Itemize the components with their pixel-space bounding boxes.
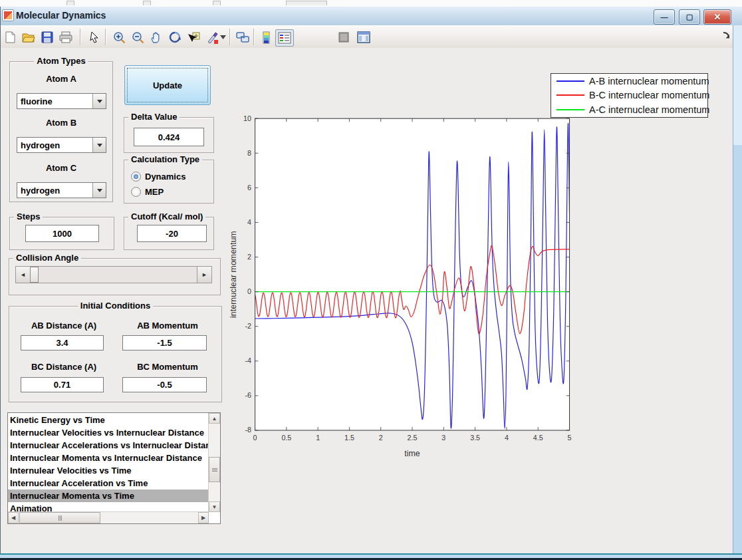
insert-legend-icon[interactable] <box>275 29 294 47</box>
plot-area[interactable] <box>255 118 570 430</box>
window-left-edge <box>0 7 1 553</box>
scroll-down-icon[interactable]: ▼ <box>209 501 220 512</box>
print-figure-icon[interactable] <box>58 29 74 45</box>
legend-entry: A-B internuclear momentum <box>551 74 707 88</box>
calculation-type-groupbox: Calculation Type Dynamics MEP <box>124 160 214 204</box>
data-cursor-icon[interactable] <box>186 29 201 45</box>
close-icon: ✕ <box>704 10 731 24</box>
ab-distance-field[interactable] <box>21 335 104 350</box>
zoom-in-icon[interactable] <box>111 29 127 45</box>
list-item[interactable]: Internuclear Momenta vs Time <box>8 490 209 502</box>
calculation-options: Dynamics MEP <box>131 169 211 200</box>
radio-option[interactable]: Dynamics <box>131 169 211 184</box>
atom-a-label: Atom A <box>10 74 112 84</box>
dock-figure-arrow-icon[interactable] <box>722 31 731 43</box>
scroll-right-icon[interactable]: ▶ <box>198 512 209 523</box>
scroll-up-icon[interactable]: ▲ <box>209 413 220 424</box>
list-item[interactable]: Kinetic Energy vs Time <box>8 414 209 426</box>
steps-groupbox: Steps <box>9 217 114 250</box>
vertical-scrollbar[interactable]: ▲ ▼ <box>208 413 220 512</box>
cutoff-field[interactable] <box>137 225 207 242</box>
minimize-button[interactable]: — <box>654 9 675 25</box>
maximize-icon: ▢ <box>680 10 699 24</box>
delta-value-field[interactable] <box>134 128 204 146</box>
slider-track[interactable] <box>39 267 197 283</box>
toolbar-separator <box>105 29 106 45</box>
radio-icon[interactable] <box>131 172 141 182</box>
horizontal-scroll-thumb[interactable] <box>19 512 100 523</box>
plot-type-listbox: Kinetic Energy vs Time Internuclear Velo… <box>7 412 221 524</box>
slider-left-arrow-icon[interactable]: ◄ <box>16 267 31 283</box>
list-item[interactable]: Internuclear Accelerations vs Internucle… <box>8 439 209 452</box>
list-item[interactable]: Internuclear Acceleration vs Time <box>8 477 209 490</box>
hide-plot-tools-icon[interactable] <box>336 29 352 45</box>
plot-type-list: Kinetic Energy vs Time Internuclear Velo… <box>8 414 209 512</box>
bc-distance-field[interactable] <box>21 377 104 392</box>
list-item-label: Internuclear Velocities vs Internuclear … <box>10 428 204 438</box>
radio-option[interactable]: MEP <box>131 184 211 200</box>
svg-text:-6: -6 <box>245 391 251 399</box>
plot-legend[interactable]: A-B internuclear momentum B-C internucle… <box>551 73 708 118</box>
atom-c-dropdown[interactable]: hydrogen <box>17 182 106 198</box>
toolbar-separator <box>253 29 254 45</box>
pan-hand-icon[interactable] <box>148 29 164 45</box>
horizontal-scrollbar[interactable]: ◀ ▶ <box>8 511 209 523</box>
steps-field[interactable] <box>25 225 99 242</box>
zoom-out-icon[interactable] <box>130 29 146 45</box>
list-item[interactable]: Internuclear Momenta vs Internuclear Dis… <box>8 452 209 464</box>
chevron-down-icon[interactable] <box>92 94 106 108</box>
x-axis-label: time <box>404 449 420 458</box>
ab-momentum-field[interactable] <box>122 335 207 350</box>
close-button[interactable]: ✕ <box>703 9 731 25</box>
svg-text:10: 10 <box>243 114 251 122</box>
matlab-figure-icon <box>2 9 14 21</box>
list-item-label: Internuclear Acceleration vs Time <box>10 478 148 488</box>
update-button[interactable]: Update <box>124 65 211 105</box>
brush-data-icon[interactable] <box>204 29 220 45</box>
insert-colorbar-icon[interactable] <box>259 29 275 45</box>
background-window-fragment <box>213 1 221 5</box>
background-window-fragment <box>286 1 327 5</box>
rotate-3d-icon[interactable] <box>167 29 183 45</box>
atom-c-value: hydrogen <box>17 186 92 196</box>
background-window-fragment <box>143 1 151 5</box>
atom-b-dropdown[interactable]: hydrogen <box>17 137 106 153</box>
initial-conditions-title: Initial Conditions <box>78 301 153 311</box>
slider-thumb[interactable] <box>30 267 39 283</box>
svg-text:1.5: 1.5 <box>344 434 354 442</box>
svg-text:1: 1 <box>316 434 320 442</box>
atom-b-value: hydrogen <box>17 140 92 150</box>
list-item[interactable]: Animation <box>8 502 209 512</box>
radio-icon[interactable] <box>131 187 141 197</box>
svg-text:3.5: 3.5 <box>470 434 480 442</box>
list-item[interactable]: Internuclear Velocities vs Internuclear … <box>8 426 209 439</box>
open-file-icon[interactable] <box>21 29 37 45</box>
chevron-down-icon[interactable] <box>92 183 106 198</box>
save-figure-icon[interactable] <box>39 29 55 45</box>
svg-text:2: 2 <box>379 434 383 442</box>
list-item-label: Kinetic Energy vs Time <box>10 415 105 425</box>
slider-right-arrow-icon[interactable]: ► <box>197 267 211 283</box>
list-item[interactable]: Internulear Velocities vs Time <box>8 464 209 477</box>
cutoff-groupbox: Cutoff (Kcal/ mol) <box>124 217 214 250</box>
show-plot-tools-dock-icon[interactable] <box>356 29 372 45</box>
legend-entry: A-C internuclear momentum <box>551 103 707 116</box>
vertical-scroll-thumb[interactable] <box>209 457 220 482</box>
atom-a-dropdown[interactable]: fluorine <box>17 93 106 109</box>
toolbar-separator <box>229 29 230 45</box>
ab-momentum-label: AB Momentum <box>121 321 214 331</box>
maximize-button[interactable]: ▢ <box>679 9 700 25</box>
radio-label: Dynamics <box>145 172 186 182</box>
bc-momentum-label: BC Momentum <box>121 362 214 372</box>
bc-momentum-field[interactable] <box>122 377 207 392</box>
plot-canvas[interactable]: 00.511.522.533.544.55-8-6-4-20246810 tim… <box>226 48 733 553</box>
brush-dropdown-icon[interactable] <box>219 29 227 45</box>
chevron-down-icon[interactable] <box>92 138 106 152</box>
link-plot-icon[interactable] <box>235 29 251 45</box>
collision-angle-slider[interactable]: ◄ ► <box>15 266 212 283</box>
edit-plot-arrow-icon[interactable] <box>86 29 102 45</box>
new-figure-icon[interactable] <box>2 29 18 45</box>
scroll-left-icon[interactable]: ◀ <box>8 512 19 523</box>
svg-text:0.5: 0.5 <box>281 434 291 442</box>
svg-text:0: 0 <box>253 434 257 442</box>
